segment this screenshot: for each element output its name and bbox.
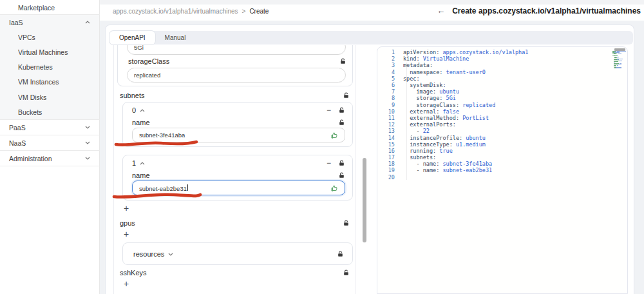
chevron-down-icon xyxy=(168,253,173,256)
sidebar-item-marketplace[interactable]: Marketplace xyxy=(0,0,100,15)
breadcrumb: apps.cozystack.io/v1alpha1/virtualmachin… xyxy=(113,8,269,15)
subnet-1-header: 1 − xyxy=(132,159,345,167)
subnets-field-label-row: subnets xyxy=(120,92,349,99)
minimap-slider[interactable] xyxy=(614,48,625,51)
sidebar-item-vm-instances[interactable]: VM Instances xyxy=(0,74,100,89)
storage-input[interactable]: 5Gi xyxy=(127,45,346,55)
code-line: 13 - 22 xyxy=(377,128,627,134)
storage-class-input[interactable]: replicated xyxy=(127,68,346,83)
code-line: 2kind: VirtualMachine xyxy=(377,55,627,62)
top-strip xyxy=(100,0,644,5)
page-header: ← Create apps.cozystack.io/v1alpha1/virt… xyxy=(437,6,641,15)
chevron-down-icon xyxy=(83,141,92,144)
form-panel: 5Gi storageClass replicated subnets xyxy=(107,45,365,294)
divider xyxy=(0,166,100,166)
sidebar-item-paas[interactable]: PaaS xyxy=(0,120,100,135)
back-arrow-icon[interactable]: ← xyxy=(437,6,445,15)
remove-subnet-1-button[interactable]: − xyxy=(327,159,331,167)
app-window: Marketplace IaaS VPCs Virtual Machines K… xyxy=(0,0,644,294)
lock-icon[interactable] xyxy=(343,92,349,99)
sidebar-item-buckets[interactable]: Buckets xyxy=(0,104,100,119)
code-line: 17 subnets: xyxy=(377,154,627,161)
subnet-1-name-label-row: name xyxy=(132,172,345,179)
subnet-1-name-input[interactable]: subnet-eab2be31 xyxy=(132,181,345,195)
code-line: 1apiVersion: apps.cozystack.io/v1alpha1 xyxy=(377,49,627,55)
code-line: 3metadata: xyxy=(377,62,627,68)
chevron-up-icon xyxy=(140,162,145,165)
page-title: Create apps.cozystack.io/v1alpha1/virtua… xyxy=(452,6,641,15)
subnet-0-name-label-row: name xyxy=(132,119,345,126)
lock-icon[interactable] xyxy=(339,107,345,113)
code-lines: 1apiVersion: apps.cozystack.io/v1alpha12… xyxy=(377,49,627,181)
sidebar-item-kubernetes[interactable]: Kubernetes xyxy=(0,59,100,74)
subnet-1-toggle[interactable]: 1 xyxy=(132,159,145,167)
system-disk-group: 5Gi storageClass replicated xyxy=(117,45,353,86)
code-line: 7 image: ubuntu xyxy=(377,88,627,95)
sidebar-item-virtual-machines[interactable]: Virtual Machines xyxy=(0,44,100,59)
lock-icon[interactable] xyxy=(339,119,345,126)
sidebar-item-vpcs[interactable]: VPCs xyxy=(0,30,100,44)
sidebar-item-iaas[interactable]: IaaS xyxy=(0,15,100,30)
remove-subnet-0-button[interactable]: − xyxy=(327,106,331,114)
chevron-down-icon xyxy=(83,157,92,160)
code-line: 16 running: true xyxy=(377,148,627,154)
subnet-item-1: 1 − name subnet-eab2be31 xyxy=(122,155,353,201)
lock-icon[interactable] xyxy=(340,58,346,64)
code-line: 6 systemDisk: xyxy=(377,82,627,88)
subnet-item-0: 0 − name subnet-3fe41aba xyxy=(122,102,353,147)
add-gpu-button[interactable]: + xyxy=(124,230,129,239)
add-sshkey-button[interactable]: + xyxy=(124,279,129,288)
code-line: 10 external: false xyxy=(377,108,627,115)
code-line: 12 externalPorts: xyxy=(377,121,627,128)
code-line: 14 instanceProfile: ubuntu xyxy=(377,134,627,141)
code-line: 20 xyxy=(377,174,627,181)
sidebar-item-naas[interactable]: NaaS xyxy=(0,135,100,150)
sidebar-item-vm-disks[interactable]: VM Disks xyxy=(0,90,100,104)
lock-icon[interactable] xyxy=(339,172,345,179)
breadcrumb-separator: > xyxy=(242,8,246,15)
storage-class-field-label-row: storageClass xyxy=(128,57,346,65)
thumbs-up-icon xyxy=(330,184,338,192)
chevron-up-icon xyxy=(83,21,92,24)
tab-manual[interactable]: Manual xyxy=(155,31,196,44)
chevron-down-icon xyxy=(83,126,92,129)
code-line: 8 storage: 5Gi xyxy=(377,95,627,101)
sidebar: Marketplace IaaS VPCs Virtual Machines K… xyxy=(0,0,100,294)
gpus-field-label-row: gpus xyxy=(120,219,349,227)
editor-minimap[interactable] xyxy=(612,48,626,70)
sidebar-item-administration[interactable]: Administration xyxy=(0,151,100,166)
resources-group[interactable]: resources xyxy=(122,242,353,265)
subnet-0-toggle[interactable]: 0 xyxy=(132,106,145,114)
lock-icon[interactable] xyxy=(343,220,349,226)
lock-icon[interactable] xyxy=(343,270,349,276)
yaml-editor[interactable]: 1apiVersion: apps.cozystack.io/v1alpha12… xyxy=(377,46,628,294)
code-line: 15 instanceType: u1.medium xyxy=(377,141,627,148)
code-line: 5spec: xyxy=(377,75,627,82)
chevron-up-icon xyxy=(140,109,145,112)
subnet-0-name-input[interactable]: subnet-3fe41aba xyxy=(132,128,345,142)
code-line: 9 storageClass: replicated xyxy=(377,102,627,108)
code-line: 4 namespace: tenant-user0 xyxy=(377,69,627,75)
text-cursor xyxy=(187,184,188,191)
thumbs-up-icon xyxy=(330,132,338,139)
tab-openapi[interactable]: OpenAPI xyxy=(109,31,155,44)
add-subnet-button[interactable]: + xyxy=(124,204,129,213)
code-line: 18 - name: subnet-3fe41aba xyxy=(377,161,627,167)
subnet-0-header: 0 − xyxy=(132,106,345,114)
code-line: 11 externalMethod: PortList xyxy=(377,115,627,121)
breadcrumb-current: Create xyxy=(249,8,269,15)
lock-icon[interactable] xyxy=(337,251,343,257)
code-line: 19 - name: subnet-eab2be31 xyxy=(377,167,627,173)
lock-icon[interactable] xyxy=(339,160,345,166)
breadcrumb-path[interactable]: apps.cozystack.io/v1alpha1/virtualmachin… xyxy=(113,8,238,15)
sshkeys-field-label-row: sshKeys xyxy=(120,269,349,277)
form-scrollbar[interactable] xyxy=(363,158,366,242)
tab-strip: OpenAPI Manual xyxy=(109,31,633,44)
